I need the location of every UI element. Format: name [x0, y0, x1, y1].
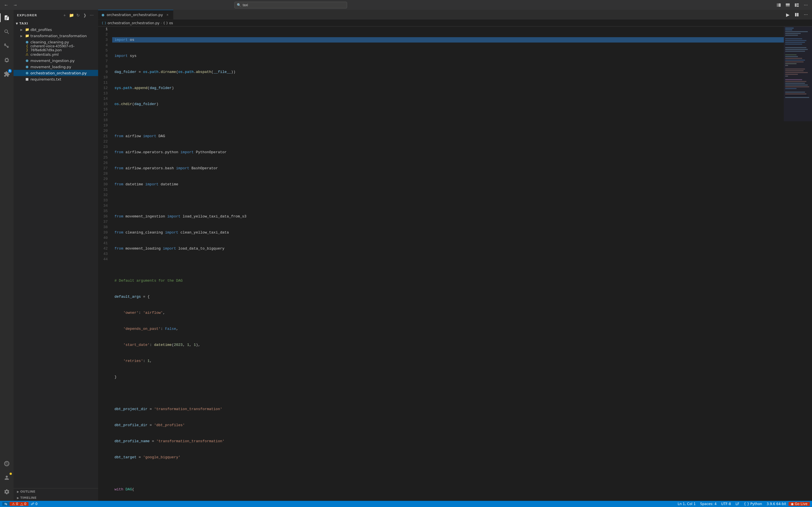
- search-icon: 🔍: [237, 3, 241, 7]
- sidebar-item-explorer[interactable]: [0, 11, 13, 24]
- status-version[interactable]: 3.9.6 64-bit: [764, 502, 789, 506]
- line-num-27: 27: [98, 166, 108, 171]
- file-tree: ▼ TAXI ▶ 📁 dbt_profiles ▶ 📁 transformati…: [13, 20, 98, 488]
- toggle-panel-button[interactable]: [784, 1, 792, 9]
- status-encoding[interactable]: UTF-8: [719, 502, 733, 506]
- line-num-11: 11: [98, 80, 108, 86]
- line-num-20: 20: [98, 128, 108, 133]
- sidebar-item-run[interactable]: [0, 53, 13, 67]
- search-bar[interactable]: 🔍: [234, 2, 347, 8]
- status-errors[interactable]: ⚠ 0 △ 0: [10, 502, 29, 506]
- svg-rect-6: [797, 5, 799, 7]
- tree-label: movement_ingestion.py: [31, 59, 98, 63]
- code-line-4: sys.path.append(dag_folder): [112, 86, 784, 91]
- code-content[interactable]: import os import sys dag_folder = os.pat…: [112, 26, 784, 501]
- line-numbers: 1 2 3 4 5 6 7 8 9 10 11 12 13 14 15 16 1…: [98, 26, 112, 501]
- file-icon: { }: [25, 44, 29, 52]
- title-bar: ← → 🔍 ⋯: [0, 0, 812, 10]
- tree-item-orchestration[interactable]: ● orchestration_orchestration.py: [13, 70, 98, 76]
- tree-label: transformation_transformation: [31, 34, 98, 38]
- file-icon: ●: [25, 65, 29, 69]
- svg-rect-4: [795, 3, 797, 7]
- line-num-28: 28: [98, 171, 108, 176]
- refresh-button[interactable]: ↻: [75, 12, 81, 18]
- code-line-19: 'depends_on_past': False,: [112, 326, 784, 332]
- svg-rect-8: [795, 13, 797, 16]
- forward-button[interactable]: →: [11, 1, 19, 9]
- line-num-37: 37: [98, 219, 108, 224]
- more-button[interactable]: ⋯: [89, 12, 95, 18]
- code-line-14: from movement_loading import load_data_t…: [112, 246, 784, 251]
- line-num-16: 16: [98, 107, 108, 112]
- warning-count: 0: [24, 502, 27, 506]
- sidebar-item-search[interactable]: [0, 25, 13, 39]
- breadcrumb-filename[interactable]: orchestration_orchestration.py: [108, 21, 160, 25]
- tree-item-transformation[interactable]: ▶ 📁 transformation_transformation: [13, 33, 98, 39]
- line-num-36: 36: [98, 214, 108, 219]
- tree-item-credentials[interactable]: ⚠ credentials.yml: [13, 51, 98, 57]
- editor-tab-right-actions: ▶ ⋯: [781, 10, 812, 19]
- status-line-ending[interactable]: LF: [733, 502, 742, 506]
- more-actions-editor-button[interactable]: ⋯: [802, 11, 810, 18]
- code-line-1: import os: [112, 37, 784, 43]
- warning-icon: ⚠: [25, 52, 29, 56]
- line-num-18: 18: [98, 117, 108, 123]
- status-source-control[interactable]: ☍ 0: [29, 502, 40, 506]
- line-num-7: 7: [98, 59, 108, 64]
- tab-close-button[interactable]: ×: [165, 13, 170, 17]
- customize-layout-button[interactable]: [793, 1, 801, 9]
- split-editor-button[interactable]: [793, 11, 801, 18]
- sidebar-item-source-control[interactable]: [0, 39, 13, 53]
- code-line-9: from airflow.operators.bash import BashO…: [112, 166, 784, 171]
- status-position[interactable]: Ln 1, Col 1: [675, 502, 698, 506]
- collapse-arrow: ▶: [17, 496, 19, 499]
- sidebar: Explorer + 📁 ↻ ❱ ⋯ ▼ TAXI ▶ 📁 dbt_profil…: [13, 10, 98, 501]
- tree-item-loading[interactable]: ● movement_loading.py: [13, 64, 98, 70]
- sidebar-item-extensions[interactable]: 5: [0, 67, 13, 81]
- more-actions-button[interactable]: ⋯: [802, 1, 810, 9]
- line-num-9: 9: [98, 69, 108, 75]
- code-line-2: import sys: [112, 53, 784, 59]
- status-remote[interactable]: ⇆: [2, 502, 10, 506]
- line-num-24: 24: [98, 150, 108, 155]
- line-num-43: 43: [98, 251, 108, 257]
- account-button[interactable]: [0, 471, 13, 485]
- status-bar-right: Ln 1, Col 1 Spaces: 4 UTF-8 LF { } Pytho…: [675, 502, 810, 506]
- svg-rect-9: [797, 13, 799, 16]
- code-line-28: [112, 471, 784, 476]
- back-button[interactable]: ←: [2, 1, 10, 9]
- toggle-sidebar-button[interactable]: [775, 1, 783, 9]
- tab-bar: ● orchestration_orchestration.py × ▶ ⋯: [98, 10, 812, 20]
- code-line-21: 'retries': 1,: [112, 358, 784, 363]
- new-file-button[interactable]: +: [61, 12, 68, 18]
- tree-item-coherent[interactable]: { } coherent-voice-435907-n5-76f6e6d67d9…: [13, 45, 98, 51]
- remote-icon: ⇆: [4, 502, 7, 506]
- tree-item-requirements[interactable]: ■ requirements.txt: [13, 76, 98, 82]
- line-num-13: 13: [98, 91, 108, 96]
- encoding-text: UTF-8: [721, 502, 731, 506]
- tree-item-ingestion[interactable]: ● movement_ingestion.py: [13, 57, 98, 64]
- status-language[interactable]: { } Python: [742, 502, 764, 506]
- outline-section[interactable]: ▶ OUTLINE: [13, 489, 98, 495]
- tree-item-dbt-profiles[interactable]: ▶ 📁 dbt_profiles: [13, 26, 98, 33]
- breadcrumb-separator: ›: [161, 21, 162, 25]
- timeline-section[interactable]: ▶ TIMELINE: [13, 495, 98, 501]
- collapse-all-button[interactable]: ❱: [82, 12, 88, 18]
- code-line-20: 'start_date': datetime(2023, 1, 1),: [112, 342, 784, 348]
- settings-button[interactable]: [0, 485, 13, 499]
- run-button[interactable]: ▶: [784, 11, 792, 18]
- tree-label: orchestration_orchestration.py: [31, 71, 98, 75]
- breadcrumb-symbol[interactable]: os: [169, 21, 173, 25]
- breadcrumb-file-icon: { }: [101, 21, 107, 25]
- line-num-4: 4: [98, 43, 108, 48]
- root-folder-collapse[interactable]: ▼ TAXI: [13, 20, 98, 26]
- line-num-19: 19: [98, 123, 108, 128]
- status-spaces[interactable]: Spaces: 4: [698, 502, 719, 506]
- new-folder-button[interactable]: 📁: [68, 12, 74, 18]
- code-line-27: dbt_target = 'google_bigquery': [112, 455, 784, 460]
- editor-tab-orchestration[interactable]: ● orchestration_orchestration.py ×: [98, 10, 173, 19]
- status-go-live[interactable]: ◉ Go Live: [789, 502, 810, 506]
- search-input[interactable]: [243, 3, 345, 7]
- remote-button[interactable]: [0, 457, 13, 470]
- minimap: [784, 26, 812, 501]
